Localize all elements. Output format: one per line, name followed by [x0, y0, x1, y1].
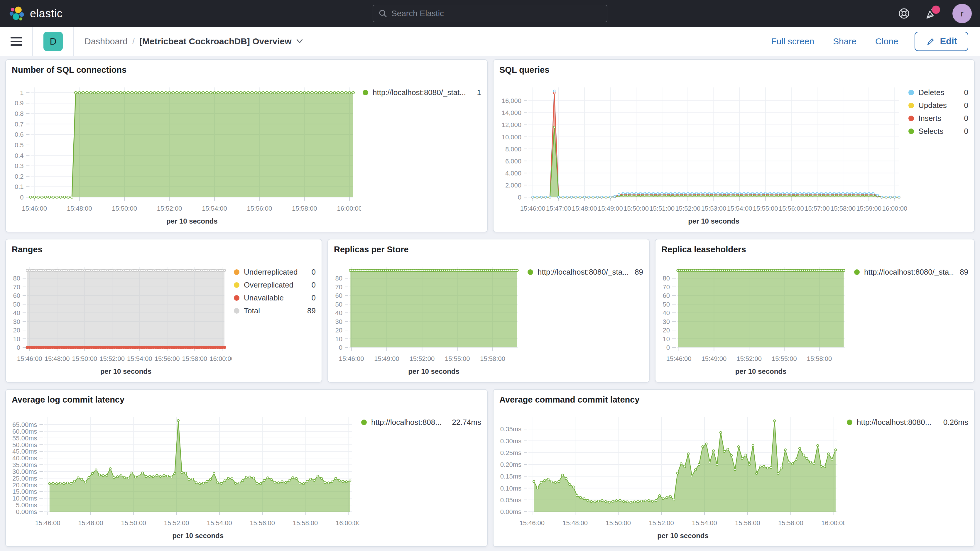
- legend-item[interactable]: Deletes0: [908, 88, 968, 97]
- svg-text:15:58:00: 15:58:00: [807, 355, 832, 362]
- legend: Deletes0Updates0Inserts0Selects0: [907, 78, 968, 226]
- panel-title[interactable]: Replicas per Store: [334, 245, 643, 255]
- legend-color-dot: [234, 269, 239, 275]
- legend-label: http://localhost:8080/_sta...: [538, 268, 629, 277]
- legend-item[interactable]: http://localhost:8080/_sta...89: [528, 268, 643, 277]
- svg-text:15:52:00: 15:52:00: [157, 205, 182, 212]
- svg-text:30: 30: [663, 318, 670, 325]
- legend-item[interactable]: http://localhost:808...22.74ms: [361, 418, 481, 427]
- full-screen-button[interactable]: Full screen: [771, 37, 814, 46]
- legend-item[interactable]: http://localhost:8080/_stat...1: [363, 88, 481, 97]
- svg-text:per 10 seconds: per 10 seconds: [100, 367, 152, 375]
- svg-text:15:55:00: 15:55:00: [753, 205, 778, 212]
- legend-color-dot: [847, 420, 853, 425]
- legend-item[interactable]: Underreplicated0: [234, 268, 316, 277]
- legend-color-dot: [234, 295, 239, 301]
- svg-text:70: 70: [336, 283, 342, 291]
- svg-text:0.2: 0.2: [15, 173, 24, 180]
- user-avatar[interactable]: r: [953, 4, 972, 23]
- breadcrumb-dashboard-link[interactable]: Dashboard: [84, 37, 127, 46]
- legend-item[interactable]: Selects0: [908, 127, 968, 136]
- svg-text:16:00:00: 16:00:00: [210, 355, 232, 362]
- svg-text:15:46:00: 15:46:00: [339, 355, 364, 362]
- legend-value: 0: [312, 268, 316, 277]
- whats-new-button[interactable]: [925, 7, 938, 20]
- edit-button[interactable]: Edit: [915, 32, 968, 51]
- global-search[interactable]: [372, 5, 608, 22]
- legend-color-dot: [234, 282, 239, 288]
- chart-replicas-per-store[interactable]: 0102030405060708015:46:0015:49:0015:52:0…: [334, 258, 526, 377]
- svg-text:15:58:00: 15:58:00: [293, 519, 318, 527]
- svg-text:5.00ms: 5.00ms: [16, 502, 37, 509]
- elastic-logo-icon: [9, 5, 25, 22]
- svg-text:15:56:00: 15:56:00: [735, 519, 760, 527]
- chart-ranges[interactable]: 0102030405060708015:46:0015:48:0015:50:0…: [12, 258, 232, 377]
- chart-average-command-commit-latency[interactable]: 0.00ms0.05ms0.10ms0.15ms0.20ms0.25ms0.30…: [500, 408, 845, 541]
- panel-title[interactable]: SQL queries: [500, 65, 968, 76]
- chart-replica-leaseholders[interactable]: 0102030405060708015:46:0015:49:0015:52:0…: [661, 258, 853, 377]
- svg-text:15:58:00: 15:58:00: [292, 205, 317, 212]
- svg-text:15:55:00: 15:55:00: [772, 355, 797, 362]
- menu-button[interactable]: [11, 37, 22, 46]
- svg-text:50.00ms: 50.00ms: [12, 441, 37, 449]
- legend-value: 22.74ms: [452, 418, 481, 427]
- svg-text:20.00ms: 20.00ms: [12, 481, 37, 489]
- svg-text:0.7: 0.7: [15, 121, 24, 128]
- svg-text:20: 20: [663, 326, 670, 334]
- svg-text:15:48:00: 15:48:00: [572, 205, 597, 212]
- search-icon: [379, 9, 387, 18]
- svg-text:15:50:00: 15:50:00: [112, 205, 137, 212]
- elastic-logo[interactable]: elastic: [9, 5, 62, 22]
- dashboard-toolbar: D Dashboard / [Metricbeat CockroachDB] O…: [0, 27, 980, 56]
- svg-text:10: 10: [336, 335, 342, 343]
- chart-sql-queries[interactable]: 02,0004,0006,0008,00010,00012,00014,0001…: [500, 78, 907, 226]
- legend-item[interactable]: Unavailable0: [234, 293, 316, 303]
- panel-title[interactable]: Average command commit latency: [500, 395, 968, 406]
- svg-text:10: 10: [663, 335, 670, 343]
- svg-text:16:00:00: 16:00:00: [337, 205, 361, 212]
- svg-text:15:52:00: 15:52:00: [737, 355, 762, 362]
- legend-value: 0: [964, 101, 968, 110]
- svg-text:10.00ms: 10.00ms: [12, 495, 37, 502]
- legend: http://localhost:8080/_sta...89: [853, 258, 968, 377]
- svg-text:15:58:00: 15:58:00: [480, 355, 505, 362]
- legend-value: 0: [964, 114, 968, 123]
- svg-text:15:52:00: 15:52:00: [99, 355, 125, 362]
- legend-label: http://localhost:808...: [371, 418, 446, 427]
- legend-item[interactable]: Updates0: [908, 101, 968, 110]
- panel-title[interactable]: Replica leaseholders: [661, 245, 968, 255]
- breadcrumb-separator: /: [132, 37, 135, 46]
- svg-text:8,000: 8,000: [505, 145, 522, 153]
- chart-number-of-sql-connections[interactable]: 00.10.20.30.40.50.60.70.80.9115:46:0015:…: [12, 78, 361, 226]
- panel-title[interactable]: Number of SQL connections: [12, 65, 481, 76]
- svg-text:0: 0: [20, 194, 24, 201]
- panel-title[interactable]: Ranges: [12, 245, 316, 255]
- legend-label: Underreplicated: [244, 268, 306, 277]
- share-button[interactable]: Share: [833, 37, 856, 46]
- svg-text:0.05ms: 0.05ms: [500, 497, 522, 504]
- legend-item[interactable]: Total89: [234, 306, 316, 315]
- svg-text:15:56:00: 15:56:00: [154, 355, 180, 362]
- avatar-initial: r: [961, 8, 964, 19]
- legend-item[interactable]: Overreplicated0: [234, 280, 316, 290]
- legend-item[interactable]: http://localhost:8080/_sta...89: [854, 268, 968, 277]
- legend-item[interactable]: http://localhost:8080...0.26ms: [847, 418, 968, 427]
- svg-text:15:58:00: 15:58:00: [778, 519, 803, 527]
- pencil-icon: [926, 37, 935, 46]
- panel-title[interactable]: Average log commit latency: [12, 395, 481, 406]
- svg-text:16:00:00: 16:00:00: [882, 205, 907, 212]
- svg-text:60: 60: [336, 292, 342, 299]
- clone-button[interactable]: Clone: [875, 37, 898, 46]
- search-input[interactable]: [391, 9, 601, 18]
- svg-text:15:55:00: 15:55:00: [445, 355, 470, 362]
- legend-label: Selects: [918, 127, 958, 136]
- legend-value: 0: [964, 88, 968, 97]
- svg-text:per 10 seconds: per 10 seconds: [688, 217, 740, 225]
- help-button[interactable]: [897, 7, 911, 20]
- chart-average-log-commit-latency[interactable]: 0.00ms5.00ms10.00ms15.00ms20.00ms25.00ms…: [12, 408, 360, 541]
- breadcrumb-current-title[interactable]: [Metricbeat CockroachDB] Overview: [139, 37, 303, 46]
- notification-dot: [932, 6, 940, 14]
- legend-item[interactable]: Inserts0: [908, 114, 968, 123]
- svg-text:15:48:00: 15:48:00: [67, 205, 92, 212]
- svg-text:30: 30: [336, 318, 342, 325]
